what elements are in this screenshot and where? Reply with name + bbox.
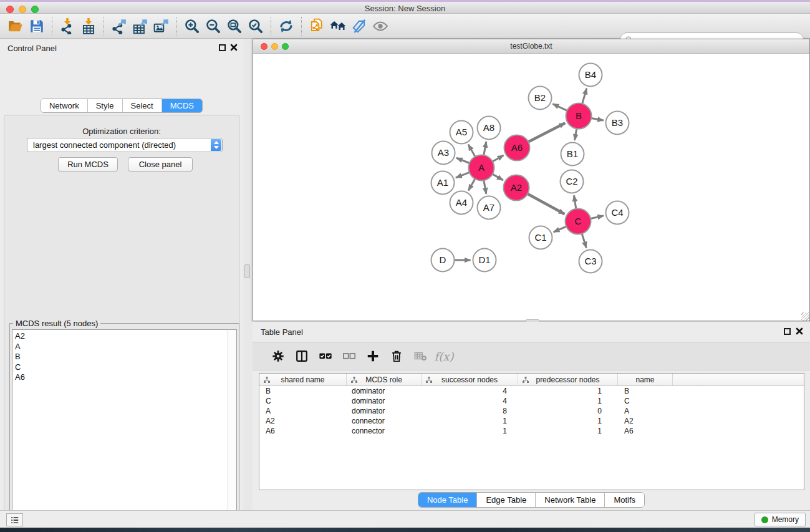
- tab-select[interactable]: Select: [123, 99, 162, 112]
- graph-node-A6[interactable]: A6: [504, 135, 530, 161]
- memory-label: Memory: [772, 515, 799, 524]
- network-graph[interactable]: B4B2BB3A8A5A6A3B1AC2A1A2A4A7C4CC1DD1C3: [253, 54, 809, 321]
- graph-node-A2[interactable]: A2: [504, 175, 529, 201]
- export-image-button[interactable]: [151, 16, 172, 36]
- table-row[interactable]: A6connector11A6: [259, 426, 804, 436]
- toggle-node-labels-button[interactable]: [349, 16, 370, 36]
- graph-node-A3[interactable]: A3: [432, 142, 455, 165]
- column-header-shared-name[interactable]: shared name: [259, 374, 347, 385]
- table-row[interactable]: A2connector11A2: [259, 416, 804, 426]
- float-panel-icon[interactable]: [219, 44, 226, 51]
- tab-style[interactable]: Style: [88, 99, 123, 112]
- tab-node-table[interactable]: Node Table: [418, 493, 478, 507]
- graph-node-A[interactable]: A: [469, 155, 494, 181]
- function-builder-button: f(x): [432, 346, 456, 367]
- graph-node-A5[interactable]: A5: [450, 121, 473, 144]
- graph-node-C2[interactable]: C2: [561, 170, 584, 193]
- export-table-button[interactable]: [130, 16, 151, 36]
- task-history-button[interactable]: [6, 513, 23, 526]
- column-header-name[interactable]: name: [618, 374, 673, 385]
- graph-node-A7[interactable]: A7: [478, 196, 501, 220]
- graph-node-D1[interactable]: D1: [473, 249, 496, 272]
- result-list-item[interactable]: A: [15, 342, 228, 352]
- run-mcds-button[interactable]: Run MCDS: [58, 157, 118, 172]
- graph-edge-C-C3: [582, 234, 586, 248]
- graph-node-B3[interactable]: B3: [606, 112, 629, 135]
- table-cell: 8: [422, 406, 518, 416]
- add-column-button[interactable]: [361, 346, 385, 367]
- open-session-button[interactable]: [5, 16, 26, 36]
- function-builder-icon: f(x): [435, 350, 454, 363]
- export-network-button[interactable]: [108, 16, 130, 36]
- table-row[interactable]: Adominator80A: [259, 406, 804, 416]
- app-titlebar: Session: New Session: [0, 0, 810, 14]
- column-type-icon: [263, 376, 271, 384]
- graph-edge-B-B3: [591, 118, 604, 120]
- save-session-button[interactable]: [26, 16, 47, 36]
- graph-node-C1[interactable]: C1: [529, 226, 552, 249]
- result-list-item[interactable]: A6: [15, 372, 228, 383]
- float-table-panel-icon[interactable]: [784, 328, 791, 335]
- column-header-MCDS-role[interactable]: MCDS role: [347, 374, 422, 385]
- zoom-selected-icon: [248, 18, 264, 34]
- graph-node-B[interactable]: B: [566, 104, 592, 129]
- graph-node-D[interactable]: D: [432, 249, 455, 272]
- window-resize-grip[interactable]: [801, 312, 809, 321]
- tab-network-table[interactable]: Network Table: [536, 493, 605, 507]
- graph-node-B1[interactable]: B1: [561, 143, 584, 166]
- close-table-panel-icon[interactable]: [795, 327, 804, 336]
- table-panel-title: Table Panel: [261, 327, 303, 337]
- graph-node-B4[interactable]: B4: [579, 64, 602, 87]
- table-row[interactable]: Cdominator41C: [259, 396, 804, 406]
- column-header-label: predecessor nodes: [536, 375, 599, 384]
- close-panel-icon[interactable]: [229, 43, 238, 52]
- graph-node-A1[interactable]: A1: [432, 172, 455, 195]
- mcds-result-list[interactable]: A2ABCA6: [12, 329, 228, 532]
- optimization-criterion-label: Optimization criterion:: [4, 127, 239, 136]
- svg-text:C1: C1: [534, 232, 546, 243]
- tab-network[interactable]: Network: [41, 99, 88, 112]
- column-header-predecessor-nodes[interactable]: predecessor nodes: [518, 374, 618, 385]
- show-hide-panels-button[interactable]: [370, 16, 391, 36]
- tab-edge-table[interactable]: Edge Table: [477, 493, 536, 507]
- export-image-icon: [153, 18, 170, 34]
- table-cell: A: [618, 406, 673, 416]
- deselect-all-button[interactable]: [337, 346, 361, 367]
- import-network-button[interactable]: [57, 16, 78, 36]
- network-views-button[interactable]: [327, 16, 349, 36]
- zoom-fit-button[interactable]: [224, 16, 245, 36]
- memory-button[interactable]: Memory: [755, 513, 806, 526]
- refresh-view-button[interactable]: [276, 16, 297, 36]
- result-list-item[interactable]: A2: [15, 331, 228, 342]
- close-panel-button[interactable]: Close panel: [128, 157, 193, 172]
- table-cell: A6: [618, 426, 673, 436]
- result-scrollbar[interactable]: [228, 329, 237, 532]
- graph-node-B2[interactable]: B2: [529, 87, 552, 110]
- zoom-in-button[interactable]: [181, 16, 203, 36]
- select-all-button[interactable]: [314, 346, 337, 367]
- graph-node-C3[interactable]: C3: [579, 250, 602, 273]
- show-columns-button[interactable]: [290, 346, 314, 367]
- result-list-item[interactable]: C: [15, 362, 228, 373]
- tab-mcds[interactable]: MCDS: [162, 99, 202, 112]
- table-tabs: Node TableEdge TableNetwork TableMotifs: [253, 492, 810, 508]
- graph-node-A4[interactable]: A4: [450, 191, 473, 215]
- vertical-splitter-handle[interactable]: [244, 264, 250, 278]
- desktop-background: [0, 528, 810, 532]
- svg-text:C4: C4: [611, 207, 623, 218]
- graph-node-C4[interactable]: C4: [606, 201, 629, 225]
- result-list-item[interactable]: B: [15, 352, 228, 362]
- column-header-successor-nodes[interactable]: successor nodes: [422, 374, 518, 385]
- graph-node-A8[interactable]: A8: [478, 117, 501, 140]
- table-row[interactable]: Bdominator41B: [259, 386, 804, 396]
- table-settings-button[interactable]: [266, 346, 290, 367]
- network-canvas[interactable]: B4B2BB3A8A5A6A3B1AC2A1A2A4A7C4CC1DD1C3: [253, 54, 809, 321]
- tab-motifs[interactable]: Motifs: [605, 493, 644, 507]
- delete-column-button[interactable]: [385, 346, 408, 367]
- graph-node-C[interactable]: C: [566, 209, 591, 235]
- criterion-dropdown[interactable]: largest connected component (directed): [27, 138, 223, 152]
- network-from-selection-button[interactable]: [306, 16, 327, 36]
- import-table-button[interactable]: [78, 16, 99, 36]
- zoom-selected-button[interactable]: [245, 16, 266, 36]
- zoom-out-button[interactable]: [203, 16, 224, 36]
